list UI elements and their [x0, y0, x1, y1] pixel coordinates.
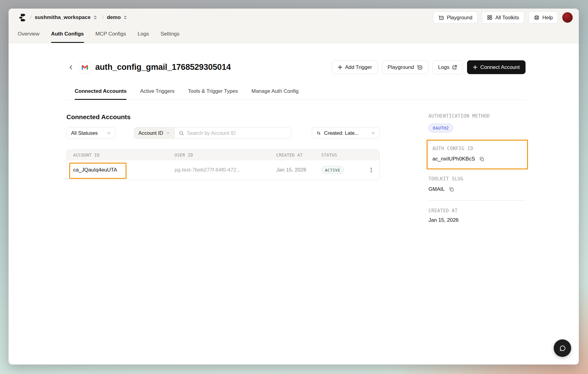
chevron-down-icon	[107, 131, 111, 135]
gmail-icon	[79, 61, 91, 74]
section-heading: Connected Accounts	[66, 113, 380, 121]
copy-icon[interactable]	[479, 157, 484, 162]
page-title-row: auth_config_gmail_1768529305014 Add Trig…	[66, 60, 526, 74]
add-trigger-button[interactable]: Add Trigger	[332, 60, 378, 74]
status-badge: ACTIVE	[321, 166, 344, 174]
table-header-row: ACCOUNT ID USER ID CREATED AT STATUS	[67, 150, 379, 160]
chat-bubble-icon	[559, 344, 567, 352]
created-at-label: CREATED AT	[428, 208, 526, 213]
playground-icon	[417, 64, 423, 70]
tab-manage-auth-config[interactable]: Manage Auth Config	[251, 88, 299, 100]
search-field	[175, 127, 291, 138]
chat-support-button[interactable]	[554, 339, 571, 357]
status-filter-select[interactable]: All Statuses	[66, 127, 115, 139]
toolkit-slug-label: TOOLKIT SLUG	[428, 176, 526, 182]
plus-icon	[338, 65, 342, 70]
sort-arrows-icon	[316, 131, 321, 135]
filters-row: All Statuses Account ID	[66, 127, 380, 139]
top-bar: / sushmitha_workspace / demo	[9, 9, 579, 26]
row-menu-kebab-icon[interactable]	[369, 166, 374, 174]
cell-created-at: Jan 15, 2026	[276, 167, 321, 173]
page-title: auth_config_gmail_1768529305014	[95, 62, 231, 72]
help-button[interactable]: Help	[529, 11, 558, 24]
playground-button[interactable]: Playground	[433, 11, 477, 24]
details-panel: AUTHENTICATION METHOD OAUTH2 AUTH CONFIG…	[428, 100, 526, 223]
plus-icon	[473, 65, 477, 70]
status-filter-value: All Statuses	[71, 130, 98, 136]
all-toolkits-button-label: All Toolkits	[495, 15, 519, 21]
connect-account-button[interactable]: Connect Account	[467, 60, 526, 74]
tab-mcp-configs[interactable]: MCP Configs	[96, 31, 126, 43]
back-chevron-icon[interactable]	[66, 63, 76, 72]
tab-settings[interactable]: Settings	[160, 31, 179, 43]
auth-config-id-label: AUTH CONFIG ID	[432, 146, 522, 151]
playground-link-button[interactable]: Playground	[382, 60, 428, 74]
col-created-at: CREATED AT	[276, 153, 321, 157]
connected-accounts-table: ACCOUNT ID USER ID CREATED AT STATUS ca_…	[66, 149, 380, 180]
tab-logs[interactable]: Logs	[138, 31, 149, 43]
help-lifebuoy-icon	[534, 15, 540, 21]
playground-button-label: Playground	[447, 15, 472, 21]
panel-divider	[428, 200, 526, 201]
breadcrumb-project[interactable]: demo	[107, 14, 121, 21]
detail-tabs: Connected Accounts Active Triggers Tools…	[66, 88, 526, 100]
tab-active-triggers[interactable]: Active Triggers	[140, 88, 174, 100]
accounts-section: Connected Accounts All Statuses Account …	[66, 100, 380, 180]
copy-icon[interactable]	[449, 187, 454, 192]
cell-user-id: pg-test-7beb277f-64f0-472...	[175, 167, 276, 173]
playground-link-label: Playground	[388, 64, 414, 70]
sort-select[interactable]: Created: Late...	[312, 127, 380, 139]
page-content: auth_config_gmail_1768529305014 Add Trig…	[9, 43, 579, 223]
logs-link-button[interactable]: Logs	[432, 60, 463, 74]
search-input[interactable]	[187, 130, 287, 136]
user-avatar[interactable]	[562, 12, 573, 23]
breadcrumb-separator: /	[30, 14, 32, 21]
col-account-id: ACCOUNT ID	[73, 153, 175, 157]
auth-config-id-highlight-box: AUTH CONFIG ID ac_nxiIUPh0KBcS	[427, 140, 528, 169]
all-toolkits-button[interactable]: All Toolkits	[482, 11, 524, 24]
breadcrumb-workspace[interactable]: sushmitha_workspace	[35, 14, 90, 21]
table-row[interactable]: ca_JQauIq4euUTA pg-test-7beb277f-64f0-47…	[67, 160, 379, 180]
help-button-label: Help	[542, 15, 553, 21]
auth-config-id-value: ac_nxiIUPh0KBcS	[432, 156, 475, 162]
cell-account-id: ca_JQauIq4euUTA	[73, 167, 175, 173]
col-user-id: USER ID	[175, 153, 276, 157]
sort-value: Created: Late...	[324, 130, 368, 136]
grid-icon	[487, 15, 492, 20]
main-nav-tabs: Overview Auth Configs MCP Configs Logs S…	[9, 26, 579, 43]
external-link-icon	[452, 65, 457, 70]
auth-method-label: AUTHENTICATION METHOD	[428, 113, 526, 119]
tab-tools-trigger-types[interactable]: Tools & Trigger Types	[188, 88, 238, 100]
col-status: STATUS	[321, 153, 369, 157]
search-category-select[interactable]: Account ID	[134, 127, 175, 138]
composio-logo-icon[interactable]	[18, 13, 27, 22]
logs-link-label: Logs	[438, 64, 450, 70]
oauth2-badge: OAUTH2	[428, 124, 453, 132]
title-actions: Add Trigger Playground Logs	[332, 60, 526, 74]
tab-auth-configs[interactable]: Auth Configs	[51, 31, 84, 43]
app-header: / sushmitha_workspace / demo	[9, 9, 579, 43]
workspace-switcher-icon[interactable]	[93, 15, 97, 20]
playground-icon	[438, 15, 444, 21]
connect-account-label: Connect Account	[480, 64, 520, 70]
search-category-value: Account ID	[138, 130, 163, 136]
breadcrumb-separator: /	[102, 14, 104, 21]
project-switcher-icon[interactable]	[123, 15, 127, 20]
search-icon	[179, 130, 184, 136]
chevron-down-icon	[371, 131, 375, 135]
add-trigger-label: Add Trigger	[345, 64, 372, 70]
toolkit-slug-value: GMAIL	[428, 186, 445, 192]
tab-connected-accounts[interactable]: Connected Accounts	[75, 88, 126, 100]
created-at-value: Jan 15, 2026	[428, 217, 458, 223]
app-window: / sushmitha_workspace / demo	[9, 9, 579, 365]
account-search: Account ID	[134, 127, 291, 139]
tab-overview[interactable]: Overview	[18, 31, 40, 43]
top-actions: Playground All Toolkits	[433, 11, 573, 24]
chevron-down-icon	[166, 131, 170, 135]
